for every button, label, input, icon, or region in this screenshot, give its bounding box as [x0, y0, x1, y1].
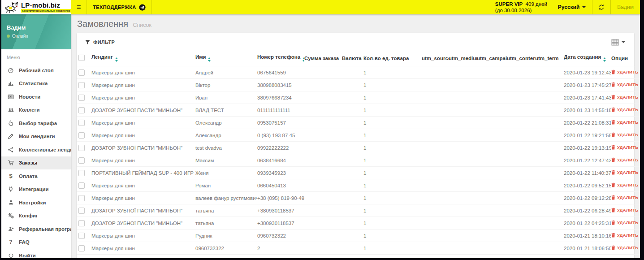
- filter-label: ФИЛЬТР: [93, 39, 115, 45]
- row-checkbox[interactable]: [78, 220, 85, 226]
- sidebar-item-stats[interactable]: Статистика: [1, 77, 71, 91]
- select-all-checkbox[interactable]: [78, 55, 85, 61]
- delete-button[interactable]: УДАЛИТЬ: [611, 145, 638, 150]
- cell-currency: [342, 117, 363, 129]
- cell-phone: 2: [257, 242, 304, 255]
- filter-button[interactable]: ФИЛЬТР: [85, 39, 115, 45]
- cell-utm-campaign: [477, 192, 507, 204]
- table-row: ПОРТАТИВНЫЙ ГЕЙМПАД SUP - 400 ИГР В 1 Же…: [77, 167, 640, 179]
- sidebar-item-cart[interactable]: Заказы: [1, 156, 71, 170]
- row-checkbox[interactable]: [78, 182, 85, 189]
- sidebar-item-config[interactable]: Конфиг: [1, 209, 71, 223]
- delete-button[interactable]: УДАЛИТЬ: [611, 170, 638, 175]
- cell-utm-medium: [449, 66, 477, 79]
- user-menu[interactable]: Вадим: [611, 0, 640, 14]
- sidebar-item-faq[interactable]: ? FAQ: [1, 236, 71, 249]
- column-header-utm_content: utm_content: [507, 52, 535, 66]
- support-button[interactable]: ТЕХПОДДЕРЖКА: [87, 0, 152, 14]
- cell-utm-content: [507, 91, 535, 104]
- cell-phone: 09922222222: [257, 142, 304, 154]
- cell-utm-content: [507, 142, 535, 154]
- delete-button[interactable]: УДАЛИТЬ: [611, 107, 638, 112]
- sidebar-item-label: Выйти: [19, 253, 36, 258]
- sidebar-item-landings[interactable]: Мои лендинги: [1, 130, 71, 143]
- row-checkbox[interactable]: [78, 69, 85, 76]
- row-checkbox[interactable]: [78, 145, 85, 151]
- row-checkbox[interactable]: [78, 195, 85, 201]
- delete-button[interactable]: УДАЛИТЬ: [611, 220, 638, 225]
- cell-utm-campaign: [477, 129, 507, 142]
- row-checkbox[interactable]: [78, 245, 85, 251]
- delete-button[interactable]: УДАЛИТЬ: [611, 233, 638, 238]
- sidebar-item-referral[interactable]: Реферальная программа: [1, 222, 71, 236]
- row-checkbox[interactable]: [78, 95, 85, 101]
- cell-name: татьяна: [195, 217, 257, 230]
- delete-button[interactable]: УДАЛИТЬ: [611, 69, 638, 74]
- row-checkbox[interactable]: [78, 82, 85, 88]
- cell-utm-campaign: [477, 66, 507, 79]
- row-checkbox[interactable]: [78, 208, 85, 214]
- cell-utm-medium: [449, 167, 477, 179]
- cell-utm-source: [422, 91, 449, 104]
- stats-icon: [7, 80, 14, 87]
- sidebar-item-dashboard[interactable]: Рабочий стол: [1, 64, 71, 77]
- delete-button[interactable]: УДАЛИТЬ: [611, 120, 638, 125]
- refresh-button[interactable]: [592, 0, 610, 14]
- delete-button[interactable]: УДАЛИТЬ: [611, 245, 638, 250]
- table-row: ДОЗАТОР ЗУБНОЇ ПАСТИ "МИНЬОН" татьяна +3…: [77, 204, 640, 217]
- chevron-down-icon: [622, 41, 625, 43]
- brand-logo[interactable]: LP-mobi.biz Конструктор мобильных лендин…: [1, 0, 71, 14]
- sidebar-item-label: Коллеги: [19, 107, 39, 113]
- delete-button[interactable]: УДАЛИТЬ: [611, 132, 638, 137]
- row-checkbox[interactable]: [78, 170, 85, 176]
- sidebar-item-logout[interactable]: Выйти: [1, 249, 71, 258]
- column-header-created[interactable]: Дата создания: [564, 52, 611, 66]
- cell-created: 2020-01-22 12:47:43: [564, 154, 611, 167]
- delete-button[interactable]: УДАЛИТЬ: [611, 157, 638, 162]
- sidebar-item-share[interactable]: Коллективные лендинги: [1, 143, 71, 156]
- cell-utm-campaign: [477, 79, 507, 91]
- sidebar-item-integrations[interactable]: Интеграции: [1, 183, 71, 196]
- row-checkbox[interactable]: [78, 157, 85, 164]
- sidebar-item-colleagues[interactable]: Коллеги: [1, 104, 71, 117]
- delete-button[interactable]: УДАЛИТЬ: [611, 82, 638, 87]
- column-visibility-button[interactable]: [610, 38, 627, 47]
- row-checkbox[interactable]: [78, 120, 85, 126]
- sidebar-item-label: Оплата: [19, 173, 38, 179]
- cell-name: татьяна: [195, 204, 257, 217]
- cell-landing: ПОРТАТИВНЫЙ ГЕЙМПАД SUP - 400 ИГР В 1: [91, 167, 195, 179]
- cell-landing: ДОЗАТОР ЗУБНОЇ ПАСТИ "МИНЬОН": [91, 104, 195, 117]
- cell-utm-term: [535, 242, 564, 255]
- page-title: Замовлення: [77, 19, 128, 29]
- row-checkbox[interactable]: [78, 132, 85, 139]
- table-row: Маркеры для шин Рудник 0960732322 1 2020…: [77, 230, 640, 242]
- cell-utm-medium: [449, 91, 477, 104]
- hamburger-menu-button[interactable]: ≡: [71, 0, 87, 14]
- column-header-qty: Кол-во ед. товара: [363, 52, 422, 66]
- sidebar-item-news[interactable]: Новости: [1, 90, 71, 104]
- delete-button[interactable]: УДАЛИТЬ: [611, 208, 638, 212]
- column-header-landing[interactable]: Лендинг: [91, 52, 195, 66]
- column-header-phone[interactable]: Номер телефона: [257, 52, 304, 66]
- delete-button[interactable]: УДАЛИТЬ: [611, 195, 638, 200]
- row-checkbox[interactable]: [78, 258, 85, 259]
- trash-icon: [611, 120, 615, 125]
- cell-currency: [342, 179, 363, 192]
- row-checkbox[interactable]: [78, 107, 85, 113]
- sidebar-item-settings[interactable]: Настройки: [1, 196, 71, 209]
- language-selector[interactable]: Русский: [552, 0, 592, 14]
- column-header-name[interactable]: Имя: [195, 52, 257, 66]
- sidebar-item-payment[interactable]: $ Оплата: [1, 169, 71, 183]
- share-icon: [7, 147, 14, 153]
- delete-button[interactable]: УДАЛИТЬ: [611, 182, 638, 187]
- brand-tagline: Конструктор мобильных лендингов: [21, 9, 71, 13]
- cell-utm-term: [535, 104, 564, 117]
- cell-name: ВЛАД ТЕСТ: [195, 104, 257, 117]
- column-header-utm_term: utm_term: [535, 52, 564, 66]
- sidebar-item-tariff[interactable]: Выбор тарифа: [1, 117, 71, 130]
- row-checkbox[interactable]: [78, 233, 85, 239]
- delete-button[interactable]: УДАЛИТЬ: [611, 258, 638, 258]
- delete-button[interactable]: УДАЛИТЬ: [611, 95, 638, 100]
- cell-name: Роман: [195, 179, 257, 192]
- cell-created: 2020-01-22 21:08:31: [564, 117, 611, 129]
